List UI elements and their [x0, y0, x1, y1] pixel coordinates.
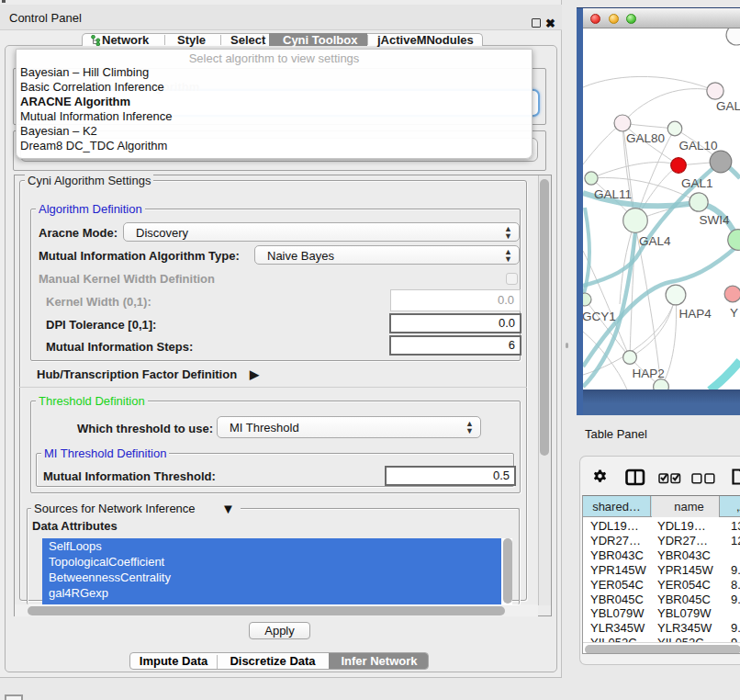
svg-text:GAL4: GAL4: [639, 234, 671, 248]
svg-text:SWI4: SWI4: [700, 213, 730, 227]
svg-text:GAL7: GAL7: [716, 99, 740, 113]
svg-text:GAL1: GAL1: [681, 176, 713, 190]
svg-text:GAL11: GAL11: [594, 187, 632, 201]
svg-text:Y: Y: [730, 306, 738, 320]
svg-text:HAP2: HAP2: [633, 367, 665, 380]
svg-text:GAL80: GAL80: [626, 131, 665, 145]
svg-text:HAP4: HAP4: [679, 307, 712, 321]
svg-text:GCY1: GCY1: [583, 310, 616, 323]
svg-text:GAL10: GAL10: [679, 139, 718, 152]
